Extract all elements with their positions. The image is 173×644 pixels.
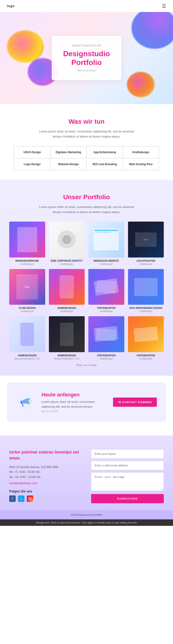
service-item-website[interactable]: Website-Design [50,158,87,170]
portfolio-img-6 [88,269,124,305]
footer: tortor pulvinar esteras loremips est ore… [0,436,173,520]
portfolio-item-sub-0: Grafikdesign [9,263,45,265]
footer-address: 3045 10 Sunrize Avenue, 123-456-7890 Mo … [9,465,82,480]
blob-4 [127,72,154,97]
portfolio-item-title-7: SICH ANPASSENDES DESIGN [128,306,164,310]
footer-tagline: tortor pulvinar esteras loremips est ore… [9,449,82,461]
portfolio-item-0[interactable]: MARKENKAMPAGNE Grafikdesign [9,222,45,265]
portfolio-img-10 [88,316,124,352]
portfolio-image-credit: Bilder von Freepik [9,364,164,366]
cta-content: Heute anfangen Lorem ipsum dolor sit ame… [42,392,106,413]
blob-1 [7,30,44,63]
name-input[interactable] [91,449,164,458]
svg-point-5 [31,498,31,498]
portfolio-item-title-6: VISITENKARTEN [88,306,124,310]
svg-point-2 [28,400,29,402]
portfolio-item-title-10: VISITENKARTEN [88,354,124,357]
logo: logo [7,4,15,8]
portfolio-img-7 [128,269,164,305]
service-item-seo[interactable]: SEO und Branding [87,158,123,170]
portfolio-img-8 [9,316,45,352]
portfolio-img-3: FAKE [128,222,164,258]
cta-image-credit: Bild von Freepik [42,410,106,412]
portfolio-section: Unser Portfolio Lorem ipsum dolor sit am… [0,180,173,376]
portfolio-item-title-4: FLYER-DESIGN [9,306,45,310]
portfolio-item-title-8: ANWENDUNGEN [9,354,45,357]
services-section: Was wir tun Lorem ipsum dolor sit amet, … [0,104,173,180]
portfolio-item-10[interactable]: VISITENKARTEN Grafikdesign [88,316,124,360]
footer-form: EINREICHEN [91,449,164,503]
service-item-uiux[interactable]: UI/UX-Design [14,146,50,158]
portfolio-item-sub-7: Grafikdesign [128,310,164,312]
svg-point-4 [29,498,31,499]
portfolio-description: Lorem ipsum dolor sit amet, consectetur … [38,204,135,215]
portfolio-img-11 [128,316,164,352]
service-item-marketing[interactable]: Digitales Marketing [50,146,87,158]
service-item-grafik[interactable]: Grafikdesign [123,146,159,158]
portfolio-item-title-1: EINE CORPORATE IDENTITY [49,259,85,262]
portfolio-item-6[interactable]: VISITENKARTEN Grafikdesign [88,269,124,313]
portfolio-grid: MARKENKAMPAGNE Grafikdesign EINE CORPORA… [9,222,164,360]
portfolio-item-4[interactable]: Flyer FLYER-DESIGN Grafikdesign [9,269,45,313]
editor-note: Sample text. Click to select the text bo… [0,520,173,526]
portfolio-item-sub-5: Grafikdesign [49,310,85,312]
cta-title: Heute anfangen [42,392,106,398]
portfolio-item-title-9: ANWENDUNGEN [49,354,85,357]
portfolio-item-2[interactable]: WEBDESIGN-WEBSITE Grafikdesign [88,222,124,265]
portfolio-img-9 [49,316,85,352]
portfolio-img-2 [88,222,124,258]
portfolio-item-sub-4: Grafikdesign [9,310,45,312]
cta-contact-button[interactable]: IN KONTAKT KOMMEN [113,398,157,407]
footer-follow-label: Folgen Sie uns [9,490,82,493]
cta-icon [16,393,35,411]
message-input[interactable] [91,472,164,491]
svg-rect-3 [29,497,31,500]
cta-wrapper: Heute anfangen Lorem ipsum dolor sit ame… [0,376,173,436]
footer-copyright: ©2023 Datenschutzrichtlinie [0,510,173,520]
portfolio-item-5[interactable]: ANWENDUNGEN Grafikdesign [49,269,85,313]
cta-description: Lorem ipsum dolor sit amet, consectetur … [42,400,106,409]
portfolio-item-title-2: WEBDESIGN-WEBSITE [88,259,124,262]
footer-left: tortor pulvinar esteras loremips est ore… [9,449,82,503]
portfolio-item-7[interactable]: SICH ANPASSENDES DESIGN Grafikdesign [128,269,164,313]
portfolio-item-9[interactable]: ANWENDUNGEN Benutzeroberfläche / UX [49,316,85,360]
header: logo ☰ [0,0,173,12]
service-item-app[interactable]: App-Entwicklung [87,146,123,158]
portfolio-item-3[interactable]: FAKE LEUCHTKASTEN Grafikdesign [128,222,164,265]
menu-button[interactable]: ☰ [162,3,166,9]
footer-top: tortor pulvinar esteras loremips est ore… [0,436,173,510]
hero-subtitle: KREATIVAGENTUR [63,44,110,47]
hero-card: KREATIVAGENTUR DesignstudioPortfolio Bil… [52,36,122,80]
portfolio-item-sub-8: Benutzeroberfläche / UX [9,358,45,360]
hero-title: DesignstudioPortfolio [63,49,110,67]
portfolio-item-sub-6: Grafikdesign [88,310,124,312]
portfolio-img-5 [49,269,85,305]
twitter-icon[interactable]: t [18,496,25,502]
portfolio-item-title-3: LEUCHTKASTEN [128,259,164,262]
service-item-logo[interactable]: Logo-Design [14,158,50,170]
service-item-hosting[interactable]: Web Hosting Plus [123,158,159,170]
email-input[interactable] [91,461,164,470]
portfolio-item-sub-3: Grafikdesign [128,263,164,265]
portfolio-item-sub-9: Benutzeroberfläche / UX [49,358,85,360]
blob-3 [131,12,173,49]
portfolio-item-sub-11: Grafikdesign [128,358,164,360]
portfolio-item-title-5: ANWENDUNGEN [49,306,85,310]
hero-image-credit: Bild von Freepik [63,69,110,72]
portfolio-item-8[interactable]: ANWENDUNGEN Benutzeroberfläche / UX [9,316,45,360]
submit-button[interactable]: EINREICHEN [91,494,164,503]
portfolio-title: Unser Portfolio [9,194,164,201]
instagram-icon[interactable] [27,496,33,502]
portfolio-item-sub-2: Grafikdesign [88,263,124,265]
portfolio-item-1[interactable]: EINE CORPORATE IDENTITY Grafikdesign [49,222,85,265]
facebook-icon[interactable]: f [9,496,16,502]
services-grid: UI/UX-Design Digitales Marketing App-Ent… [14,146,159,170]
svg-rect-1 [21,401,22,404]
portfolio-item-title-11: VISITENKARTEN [128,354,164,357]
footer-email[interactable]: kontakte@esbnyc.com [9,482,82,485]
portfolio-item-11[interactable]: VISITENKARTEN Grafikdesign [128,316,164,360]
services-title: Was wir tun [14,118,159,125]
hero-section: KREATIVAGENTUR DesignstudioPortfolio Bil… [0,12,173,104]
services-description: Lorem ipsum dolor sit amet, consectetur … [38,129,135,139]
portfolio-item-title-0: MARKENKAMPAGNE [9,259,45,262]
